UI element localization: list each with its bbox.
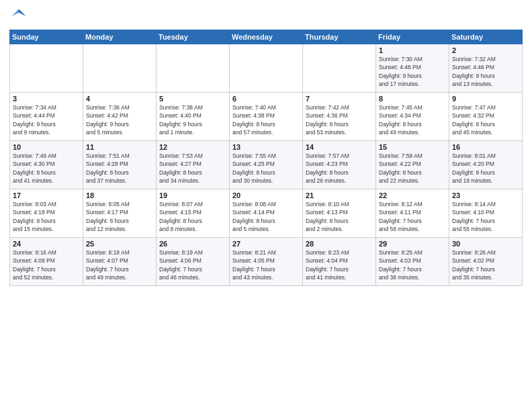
day-info: Sunrise: 7:55 AM Sunset: 4:25 PM Dayligh… [232,152,276,184]
day-number: 24 [13,240,80,248]
week-row-2: 3Sunrise: 7:34 AM Sunset: 4:44 PM Daylig… [10,93,523,141]
day-number: 28 [306,240,373,248]
day-info: Sunrise: 7:36 AM Sunset: 4:42 PM Dayligh… [86,104,130,136]
day-cell: 28Sunrise: 8:23 AM Sunset: 4:04 PM Dayli… [303,238,376,286]
day-cell: 14Sunrise: 7:57 AM Sunset: 4:23 PM Dayli… [303,141,376,189]
day-cell: 20Sunrise: 8:08 AM Sunset: 4:14 PM Dayli… [230,189,303,238]
week-row-3: 10Sunrise: 7:49 AM Sunset: 4:30 PM Dayli… [10,141,523,189]
day-info: Sunrise: 7:38 AM Sunset: 4:40 PM Dayligh… [159,104,203,136]
day-cell: 3Sunrise: 7:34 AM Sunset: 4:44 PM Daylig… [10,93,83,141]
day-cell: 29Sunrise: 8:25 AM Sunset: 4:03 PM Dayli… [376,238,449,286]
logo-icon [9,7,28,26]
day-cell: 5Sunrise: 7:38 AM Sunset: 4:40 PM Daylig… [157,93,230,141]
day-number: 2 [452,46,519,54]
day-number: 30 [452,240,519,248]
day-info: Sunrise: 8:23 AM Sunset: 4:04 PM Dayligh… [306,249,349,281]
day-cell: 15Sunrise: 7:59 AM Sunset: 4:22 PM Dayli… [376,141,449,189]
day-cell: 6Sunrise: 7:40 AM Sunset: 4:38 PM Daylig… [230,93,303,141]
header [9,7,523,26]
day-info: Sunrise: 7:57 AM Sunset: 4:23 PM Dayligh… [306,152,349,184]
day-number: 11 [86,143,153,151]
day-number: 20 [232,191,300,199]
day-info: Sunrise: 8:21 AM Sunset: 4:05 PM Dayligh… [232,249,276,281]
day-number: 26 [159,240,226,248]
day-number: 27 [232,240,300,248]
day-number: 16 [452,143,519,151]
day-number: 1 [379,46,446,54]
day-cell: 9Sunrise: 7:47 AM Sunset: 4:32 PM Daylig… [449,93,523,141]
day-cell: 13Sunrise: 7:55 AM Sunset: 4:25 PM Dayli… [230,141,303,189]
day-info: Sunrise: 7:34 AM Sunset: 4:44 PM Dayligh… [13,104,56,136]
svg-marker-0 [19,9,26,17]
day-info: Sunrise: 8:26 AM Sunset: 4:02 PM Dayligh… [452,249,496,281]
day-info: Sunrise: 8:16 AM Sunset: 4:09 PM Dayligh… [13,249,56,281]
week-row-1: 1Sunrise: 7:30 AM Sunset: 4:48 PM Daylig… [10,44,523,93]
weekday-header-thursday: Thursday [303,30,376,44]
day-number: 7 [306,95,373,103]
day-info: Sunrise: 7:32 AM Sunset: 4:46 PM Dayligh… [452,56,496,87]
day-cell: 21Sunrise: 8:10 AM Sunset: 4:13 PM Dayli… [303,189,376,238]
weekday-header-tuesday: Tuesday [157,30,230,44]
weekday-header-monday: Monday [83,30,157,44]
day-number: 14 [306,143,373,151]
day-info: Sunrise: 7:53 AM Sunset: 4:27 PM Dayligh… [159,152,203,184]
page: SundayMondayTuesdayWednesdayThursdayFrid… [0,0,532,411]
week-row-5: 24Sunrise: 8:16 AM Sunset: 4:09 PM Dayli… [10,238,523,286]
day-cell: 11Sunrise: 7:51 AM Sunset: 4:28 PM Dayli… [83,141,157,189]
day-info: Sunrise: 8:07 AM Sunset: 4:15 PM Dayligh… [159,201,203,232]
day-cell [157,44,230,93]
day-cell: 25Sunrise: 8:18 AM Sunset: 4:07 PM Dayli… [83,238,157,286]
day-info: Sunrise: 8:01 AM Sunset: 4:20 PM Dayligh… [452,152,496,184]
weekday-header-row: SundayMondayTuesdayWednesdayThursdayFrid… [10,30,523,44]
day-info: Sunrise: 8:18 AM Sunset: 4:07 PM Dayligh… [86,249,130,281]
svg-marker-1 [12,9,19,17]
day-cell: 26Sunrise: 8:19 AM Sunset: 4:06 PM Dayli… [157,238,230,286]
day-number: 4 [86,95,153,103]
weekday-header-sunday: Sunday [10,30,83,44]
week-row-4: 17Sunrise: 8:03 AM Sunset: 4:18 PM Dayli… [10,189,523,238]
day-number: 22 [379,191,446,199]
day-cell: 22Sunrise: 8:12 AM Sunset: 4:11 PM Dayli… [376,189,449,238]
day-cell: 1Sunrise: 7:30 AM Sunset: 4:48 PM Daylig… [376,44,449,93]
logo [9,7,30,26]
day-cell: 7Sunrise: 7:42 AM Sunset: 4:36 PM Daylig… [303,93,376,141]
day-cell: 23Sunrise: 8:14 AM Sunset: 4:10 PM Dayli… [449,189,523,238]
day-cell: 8Sunrise: 7:45 AM Sunset: 4:34 PM Daylig… [376,93,449,141]
day-number: 8 [379,95,446,103]
day-info: Sunrise: 7:42 AM Sunset: 4:36 PM Dayligh… [306,104,349,136]
day-cell: 30Sunrise: 8:26 AM Sunset: 4:02 PM Dayli… [449,238,523,286]
day-cell: 24Sunrise: 8:16 AM Sunset: 4:09 PM Dayli… [10,238,83,286]
weekday-header-wednesday: Wednesday [230,30,303,44]
day-info: Sunrise: 8:08 AM Sunset: 4:14 PM Dayligh… [232,201,276,232]
day-number: 12 [159,143,226,151]
day-cell: 10Sunrise: 7:49 AM Sunset: 4:30 PM Dayli… [10,141,83,189]
day-cell: 17Sunrise: 8:03 AM Sunset: 4:18 PM Dayli… [10,189,83,238]
day-number: 3 [13,95,80,103]
calendar-table: SundayMondayTuesdayWednesdayThursdayFrid… [9,30,523,286]
day-info: Sunrise: 7:51 AM Sunset: 4:28 PM Dayligh… [86,152,130,184]
day-cell: 27Sunrise: 8:21 AM Sunset: 4:05 PM Dayli… [230,238,303,286]
day-cell: 12Sunrise: 7:53 AM Sunset: 4:27 PM Dayli… [157,141,230,189]
day-cell: 16Sunrise: 8:01 AM Sunset: 4:20 PM Dayli… [449,141,523,189]
day-cell [230,44,303,93]
day-info: Sunrise: 8:10 AM Sunset: 4:13 PM Dayligh… [306,201,349,232]
day-number: 10 [13,143,80,151]
day-number: 6 [232,95,300,103]
day-number: 13 [232,143,300,151]
day-info: Sunrise: 8:12 AM Sunset: 4:11 PM Dayligh… [379,201,423,232]
day-info: Sunrise: 8:03 AM Sunset: 4:18 PM Dayligh… [13,201,56,232]
weekday-header-saturday: Saturday [449,30,523,44]
day-cell: 19Sunrise: 8:07 AM Sunset: 4:15 PM Dayli… [157,189,230,238]
day-cell: 4Sunrise: 7:36 AM Sunset: 4:42 PM Daylig… [83,93,157,141]
day-info: Sunrise: 7:47 AM Sunset: 4:32 PM Dayligh… [452,104,496,136]
day-cell [10,44,83,93]
day-number: 19 [159,191,226,199]
day-info: Sunrise: 7:30 AM Sunset: 4:48 PM Dayligh… [379,56,423,87]
day-cell: 2Sunrise: 7:32 AM Sunset: 4:46 PM Daylig… [449,44,523,93]
day-number: 23 [452,191,519,199]
day-number: 25 [86,240,153,248]
weekday-header-friday: Friday [376,30,449,44]
day-number: 17 [13,191,80,199]
day-cell: 18Sunrise: 8:05 AM Sunset: 4:17 PM Dayli… [83,189,157,238]
day-number: 29 [379,240,446,248]
